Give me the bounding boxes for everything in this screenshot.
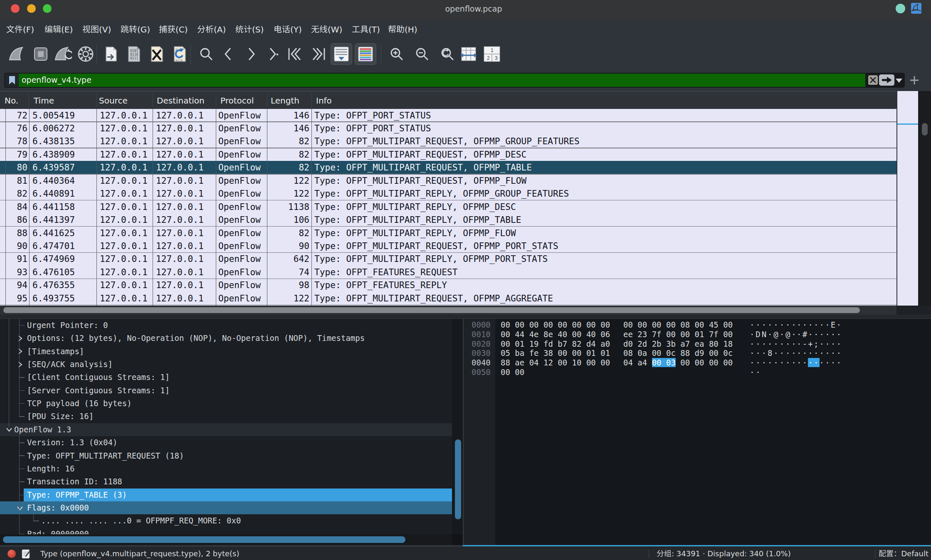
column-header-separator[interactable] xyxy=(29,94,29,107)
packet-row-79[interactable]: 796.438909127.0.0.1127.0.0.1OpenFlow82Ty… xyxy=(0,148,896,161)
packet-row-93[interactable]: 936.476105127.0.0.1127.0.0.1OpenFlow74Ty… xyxy=(0,266,896,279)
hex-row-0040[interactable]: 004088 ae 04 12 00 10 00 0004 a4 00 03 0… xyxy=(464,358,931,367)
packet-row-81[interactable]: 816.440364127.0.0.1127.0.0.1OpenFlow122T… xyxy=(0,174,896,187)
column-header-separator[interactable] xyxy=(216,94,216,107)
capture-options-button[interactable] xyxy=(75,43,96,65)
column-header-no[interactable]: No. xyxy=(5,96,18,106)
packet-row-80[interactable]: 806.439587127.0.0.1127.0.0.1OpenFlow82Ty… xyxy=(0,161,896,174)
capture-comment-icon[interactable] xyxy=(22,549,31,560)
packet-list-vertical-scrollbar-handle[interactable] xyxy=(922,123,928,136)
expand-arrow-collapsed[interactable] xyxy=(17,362,23,368)
filter-history-dropdown[interactable] xyxy=(896,79,902,83)
start-capture-button[interactable] xyxy=(5,43,27,65)
packet-row-90[interactable]: 906.474701127.0.0.1127.0.0.1OpenFlow90Ty… xyxy=(0,239,896,252)
detail-row[interactable]: OpenFlow 1.3 xyxy=(0,423,452,436)
menu-tools[interactable]: (T) xyxy=(352,25,380,35)
column-header-separator[interactable] xyxy=(267,94,267,107)
close-window-button[interactable] xyxy=(11,4,20,13)
menu-wireless[interactable]: (W) xyxy=(311,25,342,35)
resize-columns-button[interactable] xyxy=(458,43,479,65)
status-profile[interactable]: Default xyxy=(879,549,929,558)
display-filter-input[interactable] xyxy=(19,74,865,87)
hex-row-0050[interactable]: 005000 00·· xyxy=(464,367,931,377)
detail-row[interactable]: [Client Contiguous Streams: 1] xyxy=(0,371,452,384)
packet-list-header[interactable]: No.TimeSourceDestinationProtocolLengthIn… xyxy=(0,91,896,109)
filter-apply-button[interactable] xyxy=(879,74,894,86)
menu-analyze[interactable]: (A) xyxy=(197,25,226,35)
menu-help[interactable]: (H) xyxy=(388,25,417,35)
detail-row[interactable]: Type: OFPMP_TABLE (3) xyxy=(0,488,452,501)
hex-row-0000[interactable]: 000000 00 00 00 00 00 00 0000 00 00 00 0… xyxy=(464,320,931,329)
detail-row[interactable]: [Timestamps] xyxy=(0,345,452,358)
column-header-time[interactable]: Time xyxy=(34,96,54,106)
menu-capture[interactable]: (C) xyxy=(159,25,188,35)
close-capture-button[interactable] xyxy=(146,43,168,65)
detail-row[interactable]: TCP payload (16 bytes) xyxy=(0,397,452,410)
column-header-destination[interactable]: Destination xyxy=(157,96,205,106)
detail-row[interactable]: [Server Contiguous Streams: 1] xyxy=(0,384,452,397)
menu-edit[interactable]: (E) xyxy=(44,25,73,35)
packet-row-88[interactable]: 886.441625127.0.0.1127.0.0.1OpenFlow82Ty… xyxy=(0,227,896,239)
reload-capture-button[interactable]: 01010110 xyxy=(169,43,190,65)
packet-row-86[interactable]: 866.441397127.0.0.1127.0.0.1OpenFlow106T… xyxy=(0,213,896,226)
filter-bookmark-button[interactable] xyxy=(5,74,19,87)
column-header-separator[interactable] xyxy=(311,94,312,107)
packet-row-94[interactable]: 946.476355127.0.0.1127.0.0.1OpenFlow98Ty… xyxy=(0,279,896,291)
expert-info-dot[interactable] xyxy=(7,550,16,558)
zoom-out-button[interactable] xyxy=(411,43,433,65)
detail-row[interactable]: Urgent Pointer: 0 xyxy=(0,319,452,332)
hex-row-0030[interactable]: 003005 ba fe 38 00 00 01 0108 0a 00 0c 8… xyxy=(464,348,931,358)
detail-horizontal-scrollbar-handle[interactable] xyxy=(3,536,405,543)
column-header-separator[interactable] xyxy=(153,94,153,107)
zoom-window-button[interactable] xyxy=(43,4,52,13)
detail-row[interactable]: [PDU Size: 16] xyxy=(0,410,452,423)
zoom-in-button[interactable] xyxy=(386,43,407,65)
menu-file[interactable]: (F) xyxy=(6,25,34,35)
go-forward-button[interactable] xyxy=(240,43,262,65)
pane-splitter[interactable] xyxy=(0,315,931,318)
layout-121-button[interactable]: 123 xyxy=(481,43,503,65)
detail-row[interactable]: Type: OFPT_MULTIPART_REQUEST (18) xyxy=(0,449,452,462)
column-header-length[interactable]: Length xyxy=(271,96,299,106)
packet-list-vertical-scrollbar[interactable] xyxy=(918,91,931,306)
detail-horizontal-scrollbar[interactable] xyxy=(0,534,452,545)
packet-row-76[interactable]: 766.006272127.0.0.1127.0.0.1OpenFlow146T… xyxy=(0,122,896,135)
go-back-button[interactable] xyxy=(218,43,240,65)
packet-list-horizontal-scrollbar-handle[interactable] xyxy=(3,307,860,313)
expand-arrow-collapsed[interactable] xyxy=(17,348,23,354)
expand-arrow-expanded[interactable] xyxy=(17,505,23,511)
restart-capture-button[interactable] xyxy=(52,43,73,65)
packet-row-91[interactable]: 916.474969127.0.0.1127.0.0.1OpenFlow642T… xyxy=(0,252,896,265)
go-first-button[interactable] xyxy=(284,43,305,65)
find-packet-button[interactable] xyxy=(195,43,217,65)
detail-row[interactable]: .... .... .... ...0 = OFPMPF_REQ_MORE: 0… xyxy=(0,514,452,527)
menu-statistics[interactable]: (S) xyxy=(235,25,264,35)
detail-row[interactable]: [SEQ/ACK analysis] xyxy=(0,358,452,371)
zoom-reset-button[interactable] xyxy=(437,43,458,65)
menu-telephony[interactable]: (Y) xyxy=(274,25,302,35)
column-header-source[interactable]: Source xyxy=(99,96,128,106)
detail-row[interactable]: Options: (12 bytes), No-Operation (NOP),… xyxy=(0,332,452,345)
hex-row-0010[interactable]: 001000 44 4e 8e 40 00 40 06ee 23 7f 00 0… xyxy=(464,329,931,339)
detail-row[interactable]: Version: 1.3 (0x04) xyxy=(0,436,452,449)
menu-go[interactable]: (G) xyxy=(121,25,150,35)
column-header-separator[interactable] xyxy=(96,94,97,107)
go-to-packet-button[interactable] xyxy=(262,43,284,65)
packet-row-95[interactable]: 956.493755127.0.0.1127.0.0.1OpenFlow122T… xyxy=(0,292,896,305)
packet-row-82[interactable]: 826.440891127.0.0.1127.0.0.1OpenFlow122T… xyxy=(0,187,896,200)
detail-vertical-scrollbar[interactable] xyxy=(452,318,463,534)
expand-arrow-collapsed[interactable] xyxy=(17,336,23,341)
stop-capture-button[interactable] xyxy=(30,43,52,65)
detail-vertical-scrollbar-handle[interactable] xyxy=(455,439,461,519)
detail-row[interactable]: Transaction ID: 1188 xyxy=(0,475,452,488)
filter-clear-button[interactable] xyxy=(868,75,878,85)
colorize-button[interactable] xyxy=(355,43,376,65)
packet-row-84[interactable]: 846.441158127.0.0.1127.0.0.1OpenFlow1138… xyxy=(0,200,896,213)
auto-scroll-button[interactable] xyxy=(331,43,352,65)
column-header-protocol[interactable]: Protocol xyxy=(220,96,254,106)
detail-row[interactable]: Length: 16 xyxy=(0,462,452,475)
menu-view[interactable]: (V) xyxy=(82,25,111,35)
save-capture-button[interactable]: 010101100111 xyxy=(123,43,145,65)
filter-add-button[interactable] xyxy=(909,75,920,86)
packet-row-72[interactable]: 725.005419127.0.0.1127.0.0.1OpenFlow146T… xyxy=(0,109,896,122)
